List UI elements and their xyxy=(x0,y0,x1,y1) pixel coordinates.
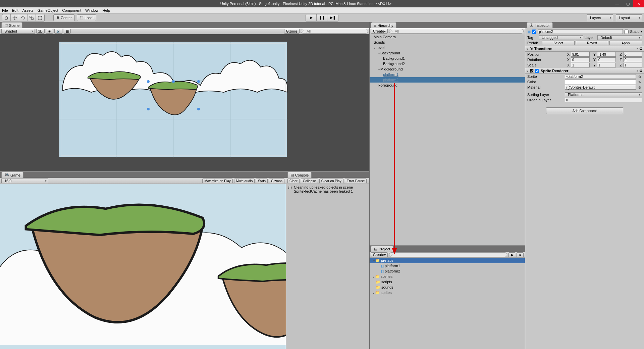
menu-window[interactable]: Window xyxy=(85,8,98,12)
hand-tool[interactable] xyxy=(2,14,11,21)
sprite-renderer-enable[interactable] xyxy=(535,69,539,73)
menu-help[interactable]: Help xyxy=(102,8,110,12)
project-item-platform2[interactable]: ◧ platform2 xyxy=(370,268,525,274)
hierarchy-item-background2[interactable]: Background2 xyxy=(370,61,525,66)
static-checkbox[interactable] xyxy=(624,30,629,34)
sprite-renderer-header[interactable]: 🖼 Sprite Renderer ▫ ⚙ xyxy=(525,68,644,74)
console-clear-on-play[interactable]: Clear on Play xyxy=(319,179,343,183)
project-folder-scripts[interactable]: 📁 scripts xyxy=(370,279,525,285)
game-gizmos[interactable]: Gizmos xyxy=(269,179,284,183)
hierarchy-search[interactable]: All xyxy=(389,29,524,34)
sorting-layer-dropdown[interactable]: Platforms xyxy=(565,92,642,97)
hierarchy-item-background1[interactable]: Background1 xyxy=(370,56,525,61)
project-item-platform1[interactable]: ◧ platform1 xyxy=(370,263,525,268)
foldout-icon[interactable] xyxy=(527,47,529,51)
hierarchy-create[interactable]: Create ▾ xyxy=(371,29,388,34)
lighting-toggle[interactable]: ☀ xyxy=(46,29,53,34)
rotation-x[interactable]: 0 xyxy=(571,57,590,62)
scale-y[interactable]: 1 xyxy=(597,63,616,67)
gear-icon[interactable]: ⚙ xyxy=(639,69,643,73)
material-field[interactable]: ◯Sprites-Default xyxy=(565,85,636,90)
menu-gameobject[interactable]: GameObject xyxy=(38,8,58,12)
prefab-select[interactable]: Select xyxy=(542,41,575,45)
scale-z[interactable]: 1 xyxy=(623,63,642,67)
color-field[interactable] xyxy=(565,80,636,84)
position-x[interactable]: 9.81 xyxy=(571,52,590,57)
foldout-icon[interactable] xyxy=(527,69,529,73)
prefab-revert[interactable]: Revert xyxy=(576,41,608,45)
project-create[interactable]: Create ▾ xyxy=(371,252,388,257)
scene-tab[interactable]: ⬚Scene xyxy=(1,22,22,28)
maximize-on-play[interactable]: Maximize on Play xyxy=(202,179,232,183)
gameobject-active-checkbox[interactable] xyxy=(532,30,536,34)
play-button[interactable]: ▶ xyxy=(306,14,317,21)
hierarchy-item-middleground[interactable]: Middleground xyxy=(370,66,525,72)
prefab-apply[interactable]: Apply xyxy=(609,41,642,45)
rotation-y[interactable]: 0 xyxy=(597,57,616,62)
step-button[interactable]: ▶❚ xyxy=(327,14,338,21)
shading-dropdown[interactable]: Shaded xyxy=(1,29,35,34)
scale-x[interactable]: 1 xyxy=(571,63,590,67)
rotate-tool[interactable] xyxy=(19,14,28,21)
pause-button[interactable]: ❚❚ xyxy=(317,14,327,21)
transform-component-header[interactable]: ⇲ Transform ▫ ⚙ xyxy=(525,46,644,52)
gear-icon[interactable]: ⚙ xyxy=(639,47,643,51)
help-icon[interactable]: ▫ xyxy=(637,69,638,73)
project-filter-1[interactable]: ◆ xyxy=(508,252,515,257)
move-tool[interactable] xyxy=(11,14,19,21)
menu-component[interactable]: Component xyxy=(62,8,81,12)
audio-toggle[interactable]: 🔊 xyxy=(54,29,62,34)
project-tab[interactable]: ▤Project xyxy=(371,246,393,252)
hierarchy-item-level[interactable]: Level xyxy=(370,45,525,50)
project-search[interactable] xyxy=(389,252,507,257)
gizmos-dropdown[interactable]: Gizmos xyxy=(284,29,300,34)
add-component-button[interactable]: Add Component xyxy=(546,107,623,114)
project-folder-prefabs[interactable]: 📁 prefabs xyxy=(370,258,525,263)
fx-toggle[interactable]: ▦ xyxy=(64,29,71,34)
order-in-layer-field[interactable]: 0 xyxy=(565,98,642,102)
tag-dropdown[interactable]: Untagged xyxy=(539,35,583,40)
menu-edit[interactable]: Edit xyxy=(12,8,18,12)
project-folder-sounds[interactable]: 📁 sounds xyxy=(370,285,525,290)
hierarchy-item-background[interactable]: Background xyxy=(370,50,525,56)
close-button[interactable]: ✕ xyxy=(633,0,644,7)
scene-search[interactable]: All xyxy=(301,29,368,34)
object-picker-icon[interactable]: ⊙ xyxy=(637,74,642,79)
2d-toggle[interactable]: 2D xyxy=(36,29,45,34)
rotation-z[interactable]: 0 xyxy=(623,57,642,62)
console-tab[interactable]: ▤Console xyxy=(287,172,312,178)
inspector-tab[interactable]: ⓘInspector xyxy=(527,22,553,28)
project-folder-sprites[interactable]: 📁 sprites xyxy=(370,290,525,295)
object-picker-icon[interactable]: ⊙ xyxy=(637,85,642,90)
help-icon[interactable]: ▫ xyxy=(637,47,638,51)
pivot-center-toggle[interactable]: ⊕Center xyxy=(53,14,75,21)
stats-button[interactable]: Stats xyxy=(256,179,268,183)
gameobject-name-field[interactable]: platform2 xyxy=(538,29,623,34)
maximize-button[interactable]: ▢ xyxy=(623,0,633,7)
scene-viewport[interactable] xyxy=(0,34,369,171)
pivot-local-toggle[interactable]: ⬚Local xyxy=(77,14,96,21)
hierarchy-item-main-camera[interactable]: Main Camera xyxy=(370,34,525,40)
console-clear[interactable]: Clear xyxy=(287,179,300,183)
minimize-button[interactable]: — xyxy=(612,0,623,7)
hierarchy-item-platform1[interactable]: platform1 xyxy=(370,72,525,77)
project-filter-2[interactable]: ★ xyxy=(517,252,524,257)
position-y[interactable]: -1.49 xyxy=(597,52,616,57)
aspect-dropdown[interactable]: 16:9 xyxy=(1,179,48,183)
layers-dropdown[interactable]: Layers xyxy=(587,14,613,21)
hierarchy-item-platform2[interactable]: platform2 xyxy=(370,77,525,83)
sprite-field[interactable]: ▫platform2 xyxy=(565,74,636,79)
position-z[interactable]: 0 xyxy=(623,52,642,57)
menu-file[interactable]: File xyxy=(2,8,8,12)
project-tree[interactable]: 📁 prefabs ◧ platform1 ◧ platform2 📁 scen… xyxy=(370,258,525,349)
project-folder-scenes[interactable]: 📁 scenes xyxy=(370,274,525,279)
scale-tool[interactable] xyxy=(28,14,36,21)
layer-dropdown[interactable]: Default xyxy=(597,35,642,40)
rect-tool[interactable] xyxy=(36,14,44,21)
console-error-pause[interactable]: Error Pause xyxy=(345,179,367,183)
hierarchy-tab[interactable]: ≡Hierarchy xyxy=(371,22,396,28)
menu-assets[interactable]: Assets xyxy=(22,8,34,12)
console-collapse[interactable]: Collapse xyxy=(301,179,318,183)
layout-dropdown[interactable]: Layout xyxy=(616,14,642,21)
eyedropper-icon[interactable]: ✎ xyxy=(637,80,642,84)
